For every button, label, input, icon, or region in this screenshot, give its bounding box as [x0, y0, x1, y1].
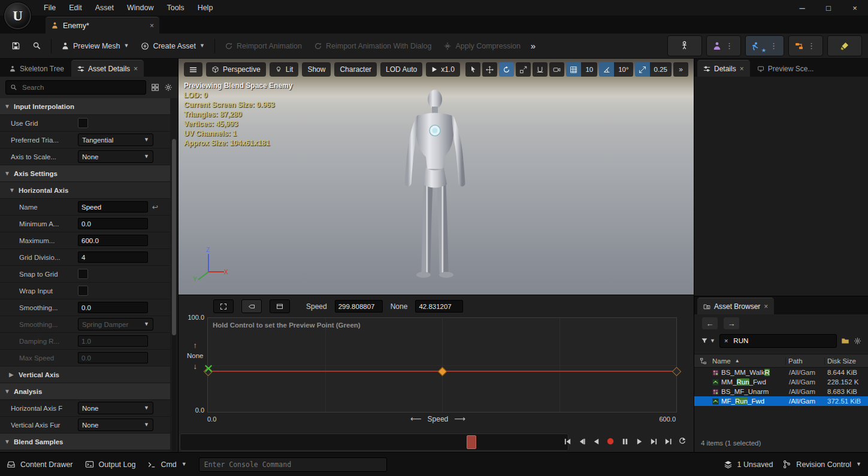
menu-window[interactable]: Window	[120, 0, 160, 16]
asset-row[interactable]: BS_MF_Unarm /All/Gam 8.683 KiB	[694, 387, 868, 396]
asset-search-box[interactable]: ×	[719, 334, 837, 348]
playback-speed-button[interactable]: x1.0	[426, 62, 460, 77]
browse-to-asset-button[interactable]	[27, 37, 47, 55]
blendspace-graph[interactable]: Hold Control to set the Preview Point (G…	[207, 317, 677, 413]
hierarchy-column-icon[interactable]	[694, 357, 712, 365]
menu-help[interactable]: Help	[191, 0, 220, 16]
save-button[interactable]	[6, 37, 26, 55]
physics-mode-button[interactable]	[827, 35, 862, 56]
scale-tool-button[interactable]	[516, 62, 531, 77]
smoothing-type-dropdown[interactable]: Spring Damper ▼	[78, 318, 153, 331]
loop-button[interactable]	[676, 435, 689, 448]
output-log-button[interactable]: Output Log	[85, 460, 136, 469]
back-button[interactable]: ←	[702, 317, 718, 329]
forward-button[interactable]: →	[724, 317, 739, 329]
grid-divisions-field[interactable]: 4	[78, 251, 148, 263]
wrap-input-checkbox[interactable]	[78, 286, 88, 296]
tab-enemy[interactable]: Enemy* ×	[46, 17, 159, 34]
console-command-input[interactable]	[199, 457, 387, 472]
character-button[interactable]: Character	[334, 62, 377, 77]
preview-character-mesh[interactable]	[390, 89, 480, 286]
close-icon[interactable]: ×	[150, 22, 154, 30]
details-scrollbar[interactable]	[172, 139, 176, 451]
max-speed-field[interactable]: 0.0	[78, 352, 148, 363]
axis-name-field[interactable]: Speed	[78, 201, 148, 213]
folder-browse-icon[interactable]	[841, 336, 849, 345]
cmd-selector-button[interactable]: Cmd ▼	[147, 460, 186, 469]
menu-asset[interactable]: Asset	[89, 0, 120, 16]
step-back-button[interactable]	[575, 435, 588, 448]
preview-point-marker[interactable]	[204, 364, 213, 373]
none-value-field[interactable]: 42.831207	[415, 300, 463, 313]
arrow-right-icon[interactable]: ⟶	[454, 414, 465, 423]
reset-to-default-icon[interactable]: ↩	[152, 203, 158, 211]
arrow-left-icon[interactable]: ⟵	[410, 414, 422, 423]
damping-ratio-field[interactable]: 1.0	[78, 335, 148, 347]
preview-viewport[interactable]: Perspective Lit Show Character	[179, 59, 694, 295]
tab-preview-scene[interactable]: Preview Sce...	[751, 60, 820, 77]
fit-view-button[interactable]	[213, 299, 234, 313]
subsection-horizontal-axis[interactable]: ▼ Horizontal Axis	[0, 182, 170, 199]
tab-asset-browser[interactable]: Asset Browser ×	[697, 298, 774, 314]
axis-to-scale-dropdown[interactable]: None ▼	[78, 150, 153, 163]
skip-to-end-button[interactable]	[661, 435, 675, 448]
mesh-mode-button[interactable]: ⋮	[706, 35, 741, 56]
play-forward-button[interactable]	[633, 435, 646, 448]
tab-skeleton-tree[interactable]: Skeleton Tree	[3, 60, 70, 77]
timeline-playhead[interactable]	[467, 435, 476, 449]
step-forward-button[interactable]	[647, 435, 660, 448]
unreal-logo-icon[interactable]: U	[4, 2, 31, 29]
minimize-button[interactable]: ─	[789, 0, 815, 16]
reimport-animation-button[interactable]: Reimport Animation	[219, 37, 307, 55]
close-icon[interactable]: ×	[134, 65, 138, 73]
blueprint-mode-menu-icon[interactable]: ⋮	[806, 41, 817, 50]
scrollbar-thumb[interactable]	[172, 139, 176, 335]
minimum-axis-field[interactable]: 0.0	[78, 218, 148, 229]
create-asset-button[interactable]: Create Asset ▼	[135, 37, 210, 55]
blend-sample-marker[interactable]	[672, 367, 682, 377]
blend-sample-marker[interactable]	[438, 367, 447, 377]
content-drawer-button[interactable]: Content Drawer	[7, 460, 73, 469]
asset-row[interactable]: MM_Run_Fwd /All/Gam 228.152 K	[694, 377, 868, 387]
viewport-options-button[interactable]	[184, 62, 202, 77]
mesh-mode-menu-icon[interactable]: ⋮	[724, 41, 735, 50]
grid-snap-control[interactable]: 10	[566, 62, 597, 77]
blueprint-mode-button[interactable]: ⋮	[788, 35, 823, 56]
maximize-button[interactable]: □	[815, 0, 842, 16]
vertical-axis-function-dropdown[interactable]: None ▼	[78, 419, 153, 431]
record-button[interactable]	[604, 435, 617, 448]
play-reverse-button[interactable]	[589, 435, 603, 448]
clear-search-icon[interactable]: ×	[724, 337, 728, 344]
view-options-grid-icon[interactable]	[151, 83, 159, 92]
close-icon[interactable]: ×	[764, 302, 768, 311]
menu-edit[interactable]: Edit	[62, 0, 89, 16]
show-button[interactable]: Show	[302, 62, 331, 77]
menu-tools[interactable]: Tools	[160, 0, 190, 16]
column-name[interactable]: Name ▲	[712, 357, 785, 365]
subsection-vertical-axis[interactable]: ▶ Vertical Axis	[0, 366, 170, 383]
close-icon[interactable]: ×	[740, 65, 744, 73]
move-tool-button[interactable]	[482, 62, 497, 77]
viewport-overflow-button[interactable]: »	[673, 62, 688, 77]
section-analysis[interactable]: ▼ Analysis	[0, 383, 170, 400]
speed-value-field[interactable]: 299.808807	[335, 300, 383, 313]
tab-asset-details[interactable]: Asset Details ×	[71, 60, 144, 77]
reimport-animation-with-dialog-button[interactable]: Reimport Animation With Dialog	[309, 37, 437, 55]
lit-button[interactable]: Lit	[270, 62, 299, 77]
rotation-snap-control[interactable]: 10°	[599, 62, 633, 77]
animation-mode-menu-icon[interactable]: ⋮	[768, 41, 779, 50]
snap-to-grid-checkbox[interactable]	[78, 269, 88, 279]
arrow-up-icon[interactable]: ↑	[193, 341, 198, 350]
asset-row-selected[interactable]: MF_Run_Fwd /All/Gam 372.51 KiB	[694, 396, 868, 406]
scale-snap-control[interactable]: 0.25	[635, 62, 672, 77]
show-labels-button[interactable]	[241, 299, 262, 313]
revision-control-button[interactable]: Revision Control ▼	[782, 460, 861, 469]
menu-file[interactable]: File	[37, 0, 62, 16]
gear-icon[interactable]	[854, 337, 861, 345]
tab-details[interactable]: Details ×	[697, 60, 750, 77]
skeleton-mode-button[interactable]	[667, 35, 702, 56]
rotate-tool-button[interactable]	[499, 62, 514, 77]
column-path[interactable]: Path	[785, 357, 824, 365]
preview-window-button[interactable]	[270, 299, 290, 313]
camera-settings-button[interactable]	[549, 62, 564, 77]
